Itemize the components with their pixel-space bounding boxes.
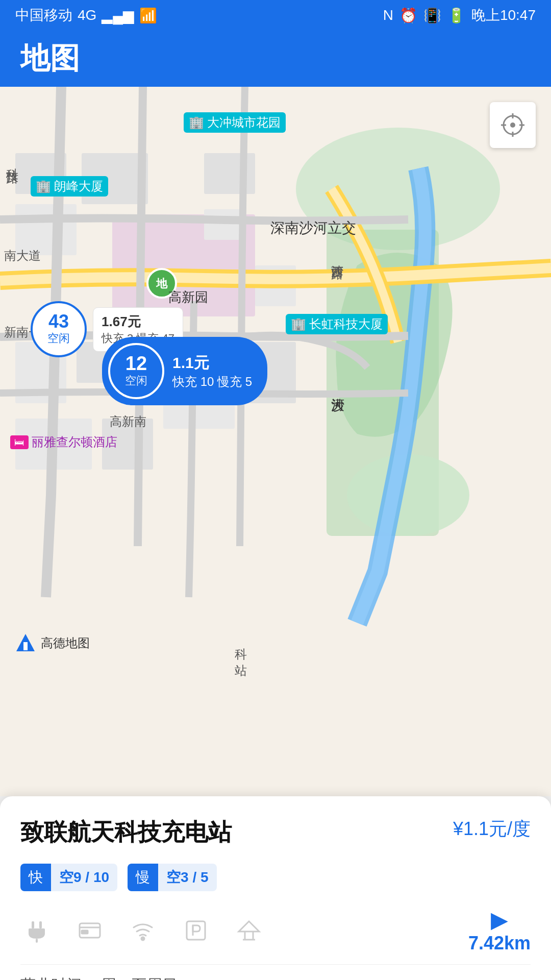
svg-rect-32 — [82, 930, 88, 934]
svg-rect-6 — [15, 204, 77, 255]
svg-rect-28 — [39, 921, 42, 928]
slow-label: 慢 — [128, 864, 158, 891]
slow-charge-badge: 慢 空3 / 5 — [128, 864, 216, 891]
distance-display: ▶ 7.42km — [468, 906, 531, 954]
svg-point-33 — [141, 937, 144, 940]
nfc-icon: N — [383, 7, 393, 23]
svg-rect-15 — [204, 153, 255, 194]
wifi-icon: 📶 — [139, 7, 157, 24]
svg-rect-11 — [102, 419, 153, 470]
station-43-circle[interactable]: 43 空闲 — [31, 301, 87, 357]
distance-value: 7.42km — [468, 933, 531, 954]
wifi-amenity-icon — [127, 914, 159, 947]
card-header: 致联航天科技充电站 ¥1.1元/度 — [20, 817, 531, 848]
location-button[interactable] — [490, 102, 536, 148]
amenity-icons — [20, 914, 265, 947]
svg-text:地: 地 — [156, 277, 168, 290]
status-bar: 中国移动 4G ▂▄▆ 📶 N ⏰ 📳 🔋 晚上10:47 — [0, 0, 551, 31]
svg-point-20 — [510, 122, 515, 128]
alarm-icon: ⏰ — [399, 7, 417, 24]
map-background: 地 — [0, 87, 551, 796]
signal-4g: 4G — [78, 7, 96, 23]
status-right: N ⏰ 📳 🔋 晚上10:47 — [383, 6, 536, 25]
amenity-icons-row: ▶ 7.42km — [20, 906, 531, 954]
svg-rect-16 — [204, 209, 245, 240]
station-12-info: 1.1元 快充 10 慢充 5 — [172, 353, 252, 390]
keji-station-label: 科站 — [235, 646, 247, 679]
signal-bars: ▂▄▆ — [102, 7, 134, 24]
navigation-arrow-icon: ▶ — [491, 906, 508, 933]
app-header: 地图 — [0, 31, 551, 87]
time-display: 晚上10:47 — [471, 6, 536, 25]
station-12-circle: 12 空闲 — [108, 343, 164, 399]
station-12-marker[interactable]: 12 空闲 1.1元 快充 10 慢充 5 — [102, 337, 267, 405]
hours-label: 营业时间： — [20, 976, 97, 980]
station-12-bubble[interactable]: 12 空闲 1.1元 快充 10 慢充 5 — [102, 337, 267, 405]
map-container[interactable]: 地 🏢大冲城市花园 🏢朗峰大厦 深南沙河立交 高新园 🏢长虹科技大厦 🛏 丽雅查… — [0, 87, 551, 796]
sim-icon: 📳 — [423, 7, 441, 24]
fast-value: 空9 / 10 — [51, 864, 117, 891]
carrier-text: 中国移动 — [15, 6, 72, 25]
fast-label: 快 — [20, 864, 51, 891]
business-hours: 营业时间： 周一至周日00:00~24:00 — [20, 964, 531, 980]
status-left: 中国移动 4G ▂▄▆ 📶 — [15, 6, 157, 25]
plug-icon — [20, 914, 53, 947]
map-attribution: 高德地图 — [15, 633, 90, 653]
svg-rect-29 — [36, 939, 38, 943]
charge-type-badges: 快 空9 / 10 慢 空3 / 5 — [20, 864, 531, 891]
hours-value: 周一至周日00:00~24:00 — [101, 976, 263, 980]
svg-rect-26 — [23, 642, 28, 650]
station-name: 致联航天科技充电站 — [20, 817, 232, 848]
svg-rect-34 — [187, 921, 205, 940]
battery-icon: 🔋 — [447, 7, 465, 24]
payment-card-icon — [73, 914, 106, 947]
canopy-icon — [233, 914, 265, 947]
page-title: 地图 — [20, 39, 80, 79]
slow-value: 空3 / 5 — [158, 864, 216, 891]
parking-icon — [180, 914, 212, 947]
svg-rect-27 — [32, 921, 34, 928]
detail-card: 致联航天科技充电站 ¥1.1元/度 快 空9 / 10 慢 空3 / 5 — [0, 796, 551, 980]
station-price: ¥1.1元/度 — [453, 817, 531, 842]
fast-charge-badge: 快 空9 / 10 — [20, 864, 117, 891]
